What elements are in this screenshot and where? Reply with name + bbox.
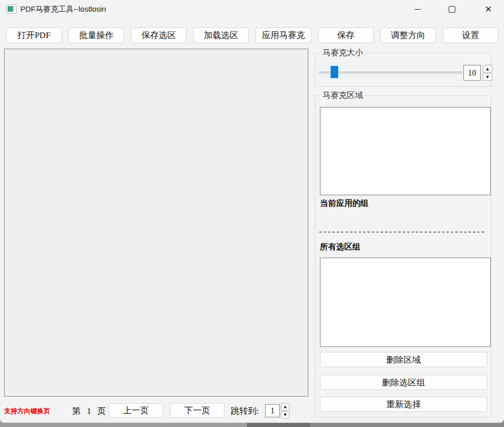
selection-groups-list[interactable] bbox=[320, 258, 491, 347]
window-title: PDF马赛克工具--lostlosin bbox=[20, 0, 106, 18]
app-icon-teal-square bbox=[8, 6, 13, 12]
minimize-icon bbox=[415, 9, 421, 10]
dashed-divider: -------------------------------------- bbox=[319, 227, 489, 237]
jump-spin-down-button[interactable]: ▼ bbox=[281, 411, 290, 419]
next-page-button[interactable]: 下一页 bbox=[170, 403, 225, 418]
mosaic-region-list[interactable] bbox=[320, 107, 491, 195]
mosaic-region-group-title: 马赛克区域 bbox=[320, 91, 365, 100]
close-icon: ✕ bbox=[485, 4, 492, 15]
pdf-canvas[interactable] bbox=[4, 49, 308, 397]
spin-down-icon: ▼ bbox=[284, 413, 286, 417]
mosaic-region-group: 马赛克区域 当前应用的组 ---------------------------… bbox=[315, 95, 491, 417]
delete-selection-group-button[interactable]: 删除选区组 bbox=[320, 375, 487, 390]
mosaic-size-group-title: 马赛克大小 bbox=[320, 48, 365, 57]
mosaic-size-slider-handle[interactable] bbox=[331, 66, 338, 78]
mosaic-size-slider-track[interactable] bbox=[319, 72, 462, 74]
spin-up-icon: ▲ bbox=[486, 67, 489, 71]
app-icon-strip bbox=[14, 6, 15, 12]
app-window: PDF马赛克工具--lostlosin ✕ 打开PDF 批量操作 保存选区 加载… bbox=[0, 0, 504, 422]
jump-page-input[interactable] bbox=[265, 404, 280, 417]
app-icon bbox=[6, 5, 17, 14]
all-selection-groups-label: 所有选区组 bbox=[320, 242, 361, 253]
title-bar: PDF马赛克工具--lostlosin ✕ bbox=[0, 0, 504, 18]
jump-spin-up-button[interactable]: ▲ bbox=[281, 403, 290, 411]
close-button[interactable]: ✕ bbox=[477, 0, 500, 18]
mosaic-size-spin-up-button[interactable]: ▲ bbox=[483, 65, 492, 73]
page-suffix: 页 bbox=[97, 406, 106, 416]
batch-operation-button[interactable]: 批量操作 bbox=[68, 27, 124, 43]
minimize-button[interactable] bbox=[406, 0, 429, 18]
spin-up-icon: ▲ bbox=[284, 405, 286, 409]
mosaic-size-group: 马赛克大小 ▲ ▼ bbox=[315, 53, 491, 87]
settings-button[interactable]: 设置 bbox=[443, 27, 498, 43]
apply-mosaic-button[interactable]: 应用马赛克 bbox=[256, 27, 311, 43]
adjust-orientation-button[interactable]: 调整方向 bbox=[380, 27, 436, 43]
mosaic-size-spin-down-button[interactable]: ▼ bbox=[483, 73, 492, 81]
maximize-icon bbox=[449, 6, 455, 13]
jump-to-label: 跳转到: bbox=[231, 405, 259, 417]
arrow-key-hint: 支持方向键换页 bbox=[4, 407, 50, 416]
current-applied-group-label: 当前应用的组 bbox=[320, 198, 369, 209]
mosaic-size-input[interactable] bbox=[463, 65, 481, 81]
open-pdf-button[interactable]: 打开PDF bbox=[6, 27, 62, 43]
page-prefix: 第 bbox=[72, 406, 81, 416]
toolbar: 打开PDF 批量操作 保存选区 加载选区 应用马赛克 保存 调整方向 设置 bbox=[6, 27, 498, 43]
reselect-button[interactable]: 重新选择 bbox=[320, 397, 487, 412]
prev-page-button[interactable]: 上一页 bbox=[109, 403, 163, 418]
load-selection-button[interactable]: 加载选区 bbox=[193, 27, 249, 43]
save-selection-button[interactable]: 保存选区 bbox=[131, 27, 187, 43]
jump-page-spinner: ▲ ▼ bbox=[281, 403, 290, 418]
maximize-button[interactable] bbox=[440, 0, 463, 18]
spin-down-icon: ▼ bbox=[486, 75, 489, 79]
save-button[interactable]: 保存 bbox=[318, 27, 374, 43]
mosaic-size-spinner: ▲ ▼ bbox=[483, 65, 492, 81]
screen: PDF马赛克工具--lostlosin ✕ 打开PDF 批量操作 保存选区 加载… bbox=[0, 0, 504, 427]
page-number: 1 bbox=[87, 406, 91, 416]
page-indicator: 第 1 页 bbox=[72, 405, 106, 417]
delete-region-button[interactable]: 删除区域 bbox=[320, 352, 487, 367]
